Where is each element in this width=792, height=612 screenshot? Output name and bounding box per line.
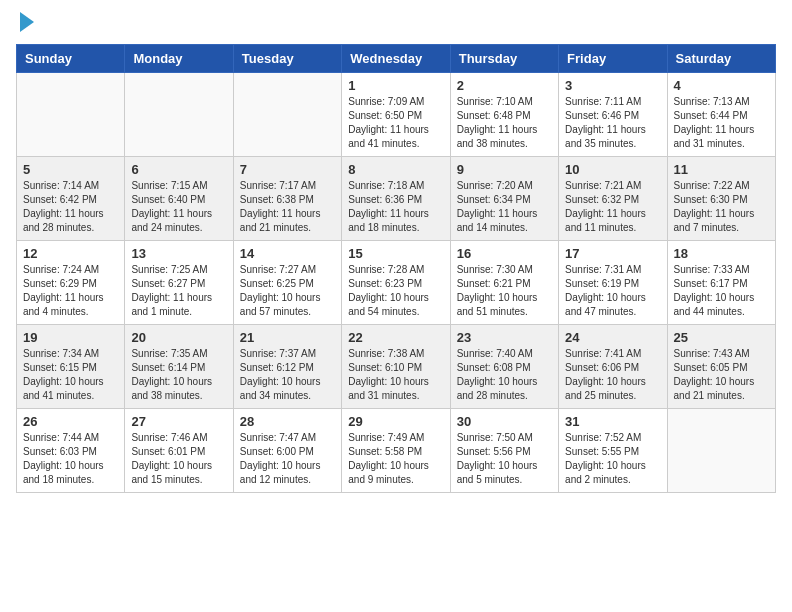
- day-info: Sunrise: 7:50 AMSunset: 5:56 PMDaylight:…: [457, 431, 552, 487]
- day-info: Sunrise: 7:18 AMSunset: 6:36 PMDaylight:…: [348, 179, 443, 235]
- day-number: 18: [674, 246, 769, 261]
- day-info: Sunrise: 7:41 AMSunset: 6:06 PMDaylight:…: [565, 347, 660, 403]
- day-number: 31: [565, 414, 660, 429]
- calendar-cell: 1Sunrise: 7:09 AMSunset: 6:50 PMDaylight…: [342, 73, 450, 157]
- calendar-body: 1Sunrise: 7:09 AMSunset: 6:50 PMDaylight…: [17, 73, 776, 493]
- logo: [16, 16, 34, 32]
- day-number: 1: [348, 78, 443, 93]
- day-number: 23: [457, 330, 552, 345]
- day-info: Sunrise: 7:34 AMSunset: 6:15 PMDaylight:…: [23, 347, 118, 403]
- calendar-cell: 2Sunrise: 7:10 AMSunset: 6:48 PMDaylight…: [450, 73, 558, 157]
- header-saturday: Saturday: [667, 45, 775, 73]
- day-number: 28: [240, 414, 335, 429]
- day-info: Sunrise: 7:09 AMSunset: 6:50 PMDaylight:…: [348, 95, 443, 151]
- calendar-cell: 14Sunrise: 7:27 AMSunset: 6:25 PMDayligh…: [233, 241, 341, 325]
- day-info: Sunrise: 7:46 AMSunset: 6:01 PMDaylight:…: [131, 431, 226, 487]
- calendar-cell: 16Sunrise: 7:30 AMSunset: 6:21 PMDayligh…: [450, 241, 558, 325]
- day-number: 22: [348, 330, 443, 345]
- day-info: Sunrise: 7:28 AMSunset: 6:23 PMDaylight:…: [348, 263, 443, 319]
- day-number: 11: [674, 162, 769, 177]
- day-number: 21: [240, 330, 335, 345]
- calendar-cell: 20Sunrise: 7:35 AMSunset: 6:14 PMDayligh…: [125, 325, 233, 409]
- day-number: 20: [131, 330, 226, 345]
- day-number: 7: [240, 162, 335, 177]
- calendar-header-row: SundayMondayTuesdayWednesdayThursdayFrid…: [17, 45, 776, 73]
- page-header: [16, 16, 776, 32]
- day-info: Sunrise: 7:31 AMSunset: 6:19 PMDaylight:…: [565, 263, 660, 319]
- day-number: 14: [240, 246, 335, 261]
- day-number: 10: [565, 162, 660, 177]
- calendar-cell: 11Sunrise: 7:22 AMSunset: 6:30 PMDayligh…: [667, 157, 775, 241]
- header-sunday: Sunday: [17, 45, 125, 73]
- calendar-cell: 10Sunrise: 7:21 AMSunset: 6:32 PMDayligh…: [559, 157, 667, 241]
- calendar-cell: 22Sunrise: 7:38 AMSunset: 6:10 PMDayligh…: [342, 325, 450, 409]
- day-number: 27: [131, 414, 226, 429]
- day-number: 24: [565, 330, 660, 345]
- day-info: Sunrise: 7:22 AMSunset: 6:30 PMDaylight:…: [674, 179, 769, 235]
- day-number: 3: [565, 78, 660, 93]
- calendar-cell: 3Sunrise: 7:11 AMSunset: 6:46 PMDaylight…: [559, 73, 667, 157]
- day-info: Sunrise: 7:14 AMSunset: 6:42 PMDaylight:…: [23, 179, 118, 235]
- calendar-cell: [667, 409, 775, 493]
- day-info: Sunrise: 7:21 AMSunset: 6:32 PMDaylight:…: [565, 179, 660, 235]
- day-number: 30: [457, 414, 552, 429]
- day-number: 16: [457, 246, 552, 261]
- calendar-cell: 31Sunrise: 7:52 AMSunset: 5:55 PMDayligh…: [559, 409, 667, 493]
- day-info: Sunrise: 7:47 AMSunset: 6:00 PMDaylight:…: [240, 431, 335, 487]
- day-number: 12: [23, 246, 118, 261]
- day-number: 13: [131, 246, 226, 261]
- calendar-cell: 17Sunrise: 7:31 AMSunset: 6:19 PMDayligh…: [559, 241, 667, 325]
- day-info: Sunrise: 7:43 AMSunset: 6:05 PMDaylight:…: [674, 347, 769, 403]
- day-info: Sunrise: 7:35 AMSunset: 6:14 PMDaylight:…: [131, 347, 226, 403]
- day-number: 15: [348, 246, 443, 261]
- day-info: Sunrise: 7:37 AMSunset: 6:12 PMDaylight:…: [240, 347, 335, 403]
- header-wednesday: Wednesday: [342, 45, 450, 73]
- day-number: 4: [674, 78, 769, 93]
- calendar-cell: 21Sunrise: 7:37 AMSunset: 6:12 PMDayligh…: [233, 325, 341, 409]
- day-info: Sunrise: 7:17 AMSunset: 6:38 PMDaylight:…: [240, 179, 335, 235]
- day-number: 2: [457, 78, 552, 93]
- calendar-cell: 26Sunrise: 7:44 AMSunset: 6:03 PMDayligh…: [17, 409, 125, 493]
- calendar-week-4: 19Sunrise: 7:34 AMSunset: 6:15 PMDayligh…: [17, 325, 776, 409]
- day-number: 6: [131, 162, 226, 177]
- day-info: Sunrise: 7:20 AMSunset: 6:34 PMDaylight:…: [457, 179, 552, 235]
- calendar-week-1: 1Sunrise: 7:09 AMSunset: 6:50 PMDaylight…: [17, 73, 776, 157]
- calendar-cell: 25Sunrise: 7:43 AMSunset: 6:05 PMDayligh…: [667, 325, 775, 409]
- day-info: Sunrise: 7:38 AMSunset: 6:10 PMDaylight:…: [348, 347, 443, 403]
- calendar-week-2: 5Sunrise: 7:14 AMSunset: 6:42 PMDaylight…: [17, 157, 776, 241]
- calendar-cell: 9Sunrise: 7:20 AMSunset: 6:34 PMDaylight…: [450, 157, 558, 241]
- day-number: 9: [457, 162, 552, 177]
- calendar-cell: 4Sunrise: 7:13 AMSunset: 6:44 PMDaylight…: [667, 73, 775, 157]
- calendar-cell: 12Sunrise: 7:24 AMSunset: 6:29 PMDayligh…: [17, 241, 125, 325]
- calendar-cell: 29Sunrise: 7:49 AMSunset: 5:58 PMDayligh…: [342, 409, 450, 493]
- day-info: Sunrise: 7:49 AMSunset: 5:58 PMDaylight:…: [348, 431, 443, 487]
- calendar-cell: 27Sunrise: 7:46 AMSunset: 6:01 PMDayligh…: [125, 409, 233, 493]
- day-info: Sunrise: 7:25 AMSunset: 6:27 PMDaylight:…: [131, 263, 226, 319]
- day-info: Sunrise: 7:52 AMSunset: 5:55 PMDaylight:…: [565, 431, 660, 487]
- calendar-cell: 6Sunrise: 7:15 AMSunset: 6:40 PMDaylight…: [125, 157, 233, 241]
- day-info: Sunrise: 7:15 AMSunset: 6:40 PMDaylight:…: [131, 179, 226, 235]
- calendar-cell: 8Sunrise: 7:18 AMSunset: 6:36 PMDaylight…: [342, 157, 450, 241]
- logo-arrow-icon: [20, 12, 34, 32]
- calendar-cell: [233, 73, 341, 157]
- calendar-table: SundayMondayTuesdayWednesdayThursdayFrid…: [16, 44, 776, 493]
- day-number: 26: [23, 414, 118, 429]
- calendar-week-5: 26Sunrise: 7:44 AMSunset: 6:03 PMDayligh…: [17, 409, 776, 493]
- day-number: 17: [565, 246, 660, 261]
- calendar-cell: 23Sunrise: 7:40 AMSunset: 6:08 PMDayligh…: [450, 325, 558, 409]
- calendar-cell: [17, 73, 125, 157]
- calendar-cell: 24Sunrise: 7:41 AMSunset: 6:06 PMDayligh…: [559, 325, 667, 409]
- calendar-cell: [125, 73, 233, 157]
- calendar-cell: 19Sunrise: 7:34 AMSunset: 6:15 PMDayligh…: [17, 325, 125, 409]
- calendar-week-3: 12Sunrise: 7:24 AMSunset: 6:29 PMDayligh…: [17, 241, 776, 325]
- day-number: 29: [348, 414, 443, 429]
- day-number: 8: [348, 162, 443, 177]
- calendar-cell: 7Sunrise: 7:17 AMSunset: 6:38 PMDaylight…: [233, 157, 341, 241]
- day-info: Sunrise: 7:33 AMSunset: 6:17 PMDaylight:…: [674, 263, 769, 319]
- header-thursday: Thursday: [450, 45, 558, 73]
- header-tuesday: Tuesday: [233, 45, 341, 73]
- calendar-cell: 13Sunrise: 7:25 AMSunset: 6:27 PMDayligh…: [125, 241, 233, 325]
- day-info: Sunrise: 7:13 AMSunset: 6:44 PMDaylight:…: [674, 95, 769, 151]
- day-info: Sunrise: 7:27 AMSunset: 6:25 PMDaylight:…: [240, 263, 335, 319]
- day-number: 19: [23, 330, 118, 345]
